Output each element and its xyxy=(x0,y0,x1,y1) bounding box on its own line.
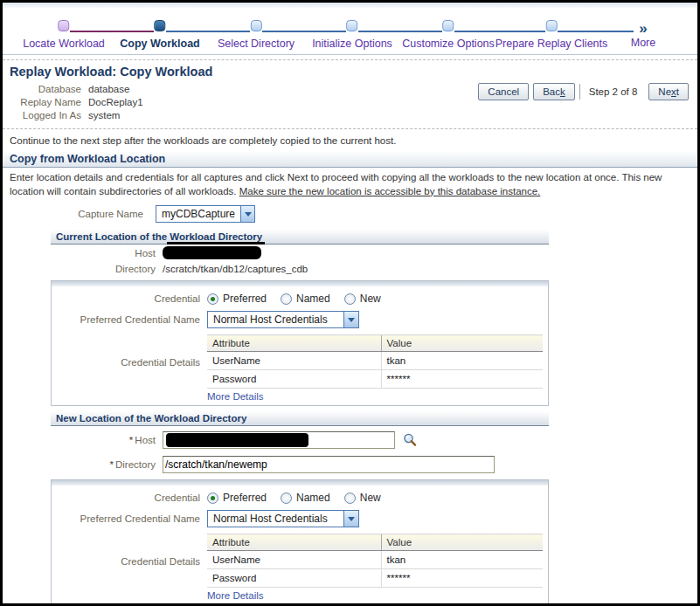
current-location-title: Current Location of the Workload Directo… xyxy=(56,231,262,242)
dropdown-arrow-icon[interactable] xyxy=(343,312,358,327)
preferred-credential-label: Preferred Credential Name xyxy=(52,314,207,325)
radio-icon xyxy=(344,492,356,504)
more-details-link[interactable]: More Details xyxy=(207,391,543,402)
train-step-select-directory[interactable]: Select Directory xyxy=(218,20,295,50)
new-location-title: New Location of the Workload Directory xyxy=(56,413,246,424)
train-step-label: Initialize Options xyxy=(312,38,392,50)
step-future-icon xyxy=(250,20,261,31)
password-value: ****** xyxy=(381,370,543,389)
radio-icon xyxy=(281,492,292,504)
preferred-credential-value: Normal Host Credentials xyxy=(208,312,333,327)
new-directory-row: *Directory /scratch/tkan/newemp xyxy=(51,454,549,475)
password-value: ****** xyxy=(381,569,543,588)
radio-preferred[interactable]: Preferred xyxy=(207,293,267,305)
host-input[interactable] xyxy=(163,431,395,449)
cancel-button[interactable]: Cancel xyxy=(478,83,529,100)
radio-named[interactable]: Named xyxy=(281,492,330,504)
next-button[interactable]: Next xyxy=(648,83,689,100)
search-icon[interactable] xyxy=(402,432,418,448)
train-step-customize-options[interactable]: Customize Options xyxy=(402,20,495,50)
table-row: UserName tkan xyxy=(207,551,543,569)
username-attribute: UserName xyxy=(207,352,381,370)
table-header-row: Attribute Value xyxy=(207,335,543,352)
current-host-row: Host xyxy=(51,244,549,261)
attribute-header: Attribute xyxy=(207,335,381,352)
redacted-host-value xyxy=(163,246,261,259)
train-step-label: Select Directory xyxy=(218,38,295,50)
radio-selected-icon xyxy=(207,293,218,305)
directory-input-value: /scratch/tkan/newemp xyxy=(165,458,267,471)
radio-icon xyxy=(344,293,356,305)
database-value: database xyxy=(88,83,129,96)
train-step-locate-workload[interactable]: Locate Workload xyxy=(23,20,105,50)
info-row-logged-in-as: Logged In As system xyxy=(10,109,690,122)
step-future-icon xyxy=(545,20,557,31)
section-title: Copy from Workload Location xyxy=(3,151,697,168)
table-row: UserName tkan xyxy=(207,352,543,370)
host-label: Host xyxy=(51,248,163,258)
train-step-copy-workload[interactable]: Copy Workload xyxy=(120,20,199,50)
credential-details-table: Attribute Value UserName tkan Password *… xyxy=(207,334,543,389)
credential-label: Credential xyxy=(52,492,207,503)
train-step-more[interactable]: More xyxy=(631,37,655,49)
table-header-row: Attribute Value xyxy=(207,534,543,551)
preferred-credential-select[interactable]: Normal Host Credentials xyxy=(207,510,359,527)
dropdown-arrow-icon[interactable] xyxy=(240,206,254,222)
radio-new[interactable]: New xyxy=(344,293,381,305)
credential-box-current: Credential Preferred Named New Preferred… xyxy=(51,280,549,406)
radio-named[interactable]: Named xyxy=(281,293,330,305)
table-row: Password ****** xyxy=(207,569,543,588)
directory-value: /scratch/tkan/db12/captures_cdb xyxy=(163,264,308,274)
username-value: tkan xyxy=(381,551,543,569)
preferred-credential-label: Preferred Credential Name xyxy=(52,513,207,524)
redacted-host-input-value xyxy=(166,433,308,447)
password-attribute: Password xyxy=(207,370,381,389)
dropdown-arrow-icon[interactable] xyxy=(343,511,358,527)
credential-label: Credential xyxy=(52,293,207,304)
current-directory-row: Directory /scratch/tkan/db12/captures_cd… xyxy=(51,261,549,276)
train-step-label: More xyxy=(631,37,655,49)
new-location-header: New Location of the Workload Directory xyxy=(51,411,549,426)
page-title: Replay Workload: Copy Workload xyxy=(10,65,690,79)
step-future-icon xyxy=(442,20,454,31)
value-header: Value xyxy=(381,534,543,551)
capture-name-select[interactable]: myCDBCapture xyxy=(156,205,255,223)
directory-input[interactable]: /scratch/tkan/newemp xyxy=(163,456,495,473)
credential-details-label: Credential Details xyxy=(52,534,207,601)
train-step-label: Prepare Replay Clients xyxy=(496,38,608,50)
preferred-credential-row: Preferred Credential Name Normal Host Cr… xyxy=(52,311,548,328)
database-label: Database xyxy=(10,83,81,96)
train-step-prepare-replay-clients[interactable]: Prepare Replay Clients xyxy=(496,20,608,50)
wizard-train: Locate Workload Copy Workload Select Dir… xyxy=(3,8,697,55)
train-step-label: Copy Workload xyxy=(120,38,199,50)
value-header: Value xyxy=(381,335,543,352)
logged-in-as-label: Logged In As xyxy=(10,109,81,122)
capture-name-row: Capture Name myCDBCapture xyxy=(3,205,697,223)
capture-name-label: Capture Name xyxy=(3,209,156,219)
box-top-strip xyxy=(52,480,548,485)
more-details-link[interactable]: More Details xyxy=(207,590,543,601)
attribute-header: Attribute xyxy=(207,534,381,551)
step-current-icon xyxy=(154,20,165,31)
radio-preferred[interactable]: Preferred xyxy=(207,492,267,504)
username-value: tkan xyxy=(381,352,543,370)
username-attribute: UserName xyxy=(207,551,381,569)
preferred-credential-select[interactable]: Normal Host Credentials xyxy=(207,311,359,328)
credential-details-zone: Credential Details Attribute Value UserN… xyxy=(52,534,548,601)
host-label: *Host xyxy=(51,435,163,445)
replay-name-label: Replay Name xyxy=(10,96,81,109)
logged-in-as-value: system xyxy=(88,109,120,122)
replay-name-value: DocReplay1 xyxy=(88,96,143,109)
description-emphasis: Make sure the new location is accessible… xyxy=(239,186,541,196)
train-step-label: Customize Options xyxy=(402,38,495,50)
train-step-label: Locate Workload xyxy=(23,38,105,50)
preferred-credential-value: Normal Host Credentials xyxy=(208,511,333,527)
more-steps-arrow-icon: » xyxy=(639,21,647,36)
train-step-initialize-options[interactable]: Initialize Options xyxy=(312,20,392,50)
page-header: Replay Workload: Copy Workload Database … xyxy=(3,59,697,129)
radio-new[interactable]: New xyxy=(344,492,381,504)
back-button[interactable]: Back xyxy=(533,83,575,100)
credential-box-new: Credential Preferred Named New Preferred… xyxy=(51,479,549,605)
credential-details-zone: Credential Details Attribute Value UserN… xyxy=(52,334,548,402)
credential-details-table: Attribute Value UserName tkan Password *… xyxy=(207,534,543,588)
